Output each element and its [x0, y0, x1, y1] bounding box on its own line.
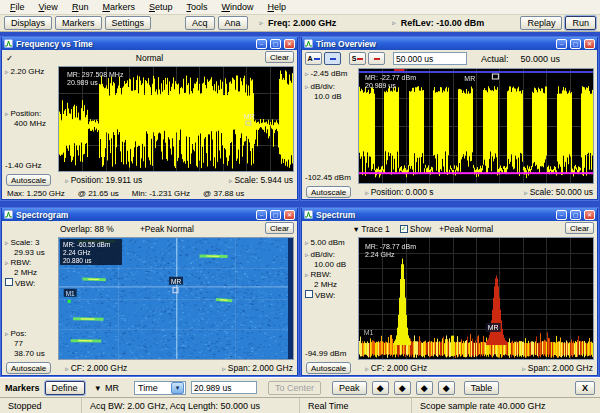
- frequency-vs-time-titlebar[interactable]: Frequency vs Time – ▢ ✕: [2, 37, 297, 50]
- vbw-checkbox[interactable]: [5, 278, 13, 286]
- peak-higher-button[interactable]: ◆: [416, 381, 433, 395]
- tov-x-position[interactable]: Position: 0.000 s: [371, 187, 434, 197]
- define-markers-button[interactable]: Define: [45, 381, 85, 395]
- freq-readout[interactable]: Freq: 2.000 GHz: [268, 18, 336, 28]
- fvt-clear-button[interactable]: Clear: [265, 51, 294, 63]
- marker-domain-select[interactable]: Time ▾: [134, 381, 186, 395]
- menu-markers[interactable]: Markers: [95, 1, 142, 13]
- tov-plot[interactable]: [358, 68, 594, 184]
- minimize-button[interactable]: –: [256, 210, 267, 220]
- close-icon[interactable]: ✕: [584, 210, 595, 220]
- peak-right-button[interactable]: ◆: [394, 381, 411, 395]
- markers-button[interactable]: Markers: [55, 16, 102, 30]
- menu-tools[interactable]: Tools: [179, 1, 214, 13]
- reflev-readout[interactable]: RefLev: -10.00 dBm: [401, 18, 485, 28]
- spc-rbw-label[interactable]: RBW:: [311, 270, 332, 279]
- fvt-position-value[interactable]: 400 MHz: [5, 119, 58, 129]
- spc-y-top[interactable]: 5.00 dBm: [311, 238, 345, 247]
- menu-window[interactable]: Window: [214, 1, 260, 13]
- panel-icon: [4, 210, 13, 219]
- minimize-button[interactable]: –: [556, 210, 567, 220]
- spc-plot[interactable]: [358, 237, 594, 360]
- spc-trace-selector[interactable]: Trace 1: [361, 224, 390, 234]
- menu-help[interactable]: Help: [260, 1, 293, 13]
- settings-button[interactable]: Settings: [105, 16, 152, 30]
- spectrum-titlebar[interactable]: Spectrum – ▢ ✕: [302, 208, 597, 221]
- peak-search-button[interactable]: Peak: [332, 381, 367, 395]
- close-icon[interactable]: ✕: [284, 39, 295, 49]
- menu-view[interactable]: View: [32, 1, 65, 13]
- marker-position-input[interactable]: [191, 381, 257, 394]
- spg-plot[interactable]: [58, 237, 294, 360]
- spc-dbdiv-label[interactable]: dB/div:: [311, 250, 335, 259]
- tov-autoscale-button[interactable]: Autoscale: [306, 186, 351, 198]
- marker-table-button[interactable]: Table: [464, 381, 500, 395]
- spc-dbdiv-value[interactable]: 10.00 dB: [305, 260, 358, 270]
- fvt-autoscale-button[interactable]: Autoscale: [6, 174, 51, 186]
- fvt-x-position[interactable]: Position: 19.911 us: [71, 175, 143, 185]
- spg-cf[interactable]: CF: 2.000 GHz: [71, 363, 128, 373]
- close-icon[interactable]: ✕: [584, 39, 595, 49]
- maximize-button[interactable]: ▢: [570, 39, 581, 49]
- acq-button[interactable]: Acq: [185, 16, 215, 30]
- spc-span[interactable]: Span: 2.000 GHz: [528, 363, 593, 373]
- replay-button[interactable]: Replay: [520, 16, 562, 30]
- spg-pos-value[interactable]: 77: [5, 339, 58, 349]
- spg-pos-label[interactable]: Pos:: [11, 329, 27, 338]
- spg-span[interactable]: Span: 2.000 GHz: [228, 363, 293, 373]
- tov-y-top[interactable]: -2.45 dBm: [311, 69, 348, 78]
- vbw-checkbox[interactable]: [305, 290, 313, 298]
- time-overview-titlebar[interactable]: Time Overview – ▢ ✕: [302, 37, 597, 50]
- menu-run[interactable]: Run: [65, 1, 96, 13]
- peak-left-button[interactable]: ◆: [372, 381, 389, 395]
- minimize-button[interactable]: –: [556, 39, 567, 49]
- actual-value: 50.000 us: [521, 54, 561, 64]
- spectrogram-titlebar[interactable]: Spectrogram – ▢ ✕: [2, 208, 297, 221]
- spc-autoscale-button[interactable]: Autoscale: [306, 362, 351, 374]
- minimize-button[interactable]: –: [256, 39, 267, 49]
- spc-cf[interactable]: CF: 2.000 GHz: [371, 363, 428, 373]
- ana-button[interactable]: Ana: [218, 16, 248, 30]
- spg-autoscale-button[interactable]: Autoscale: [6, 362, 51, 374]
- menu-file[interactable]: File: [3, 1, 32, 13]
- spg-rbw-value[interactable]: 2 MHz: [5, 268, 58, 278]
- chevron-down-icon[interactable]: ▾: [171, 382, 184, 394]
- tov-x-scale[interactable]: Scale: 50.000 us: [530, 187, 593, 197]
- spg-clear-button[interactable]: Clear: [265, 222, 294, 234]
- tov-dbdiv-value[interactable]: 10.0 dB: [305, 92, 358, 102]
- tov-dbdiv-label[interactable]: dB/div:: [311, 82, 335, 91]
- spg-overlap-label[interactable]: Overlap: 88 %: [60, 224, 114, 234]
- maximize-button[interactable]: ▢: [270, 39, 281, 49]
- spc-clear-button[interactable]: Clear: [565, 222, 594, 234]
- chevron-down-icon[interactable]: ▾: [354, 224, 358, 234]
- spg-rbw-label[interactable]: RBW:: [11, 258, 32, 267]
- maximize-button[interactable]: ▢: [570, 210, 581, 220]
- to-center-button[interactable]: To Center: [268, 381, 321, 395]
- run-button[interactable]: Run: [565, 16, 596, 30]
- spg-scale-label[interactable]: Scale: 3: [11, 238, 40, 247]
- maximize-button[interactable]: ▢: [270, 210, 281, 220]
- fvt-y-top[interactable]: 2.20 GHz: [11, 67, 45, 76]
- fvt-x-scale[interactable]: Scale: 5.944 us: [234, 175, 293, 185]
- fvt-plot[interactable]: [58, 66, 294, 172]
- marker-toolbar: Markers Define ▾ MR Time ▾ To Center Pea…: [0, 377, 600, 397]
- analysis-time-manual-button[interactable]: [324, 52, 341, 65]
- spc-rbw-value[interactable]: 2 MHz: [305, 280, 358, 290]
- fvt-stat-max: Max: 1.250 GHz: [7, 189, 65, 198]
- analysis-time-auto-button[interactable]: A: [305, 52, 322, 65]
- spg-scale-value[interactable]: 29.93 us: [5, 248, 58, 258]
- analysis-length-input[interactable]: [393, 52, 467, 65]
- status-acquisition: Acq BW: 2.00 GHz, Acq Length: 50.000 us: [82, 398, 300, 413]
- spectrum-time-manual-button[interactable]: [368, 52, 385, 65]
- show-checkbox[interactable]: ✓: [400, 225, 408, 233]
- close-marker-toolbar-button[interactable]: X: [575, 381, 595, 395]
- chevron-down-icon[interactable]: ▾: [96, 383, 101, 393]
- spectrum-time-auto-button[interactable]: S: [349, 52, 366, 65]
- close-icon[interactable]: ✕: [284, 210, 295, 220]
- peak-lower-button[interactable]: ◆: [438, 381, 455, 395]
- fvt-position-label[interactable]: Position:: [11, 109, 42, 118]
- selected-marker-label[interactable]: MR: [105, 383, 119, 393]
- fvt-stat-at1: @ 21.65 us: [78, 189, 119, 198]
- menu-setup[interactable]: Setup: [142, 1, 180, 13]
- displays-button[interactable]: Displays: [4, 16, 52, 30]
